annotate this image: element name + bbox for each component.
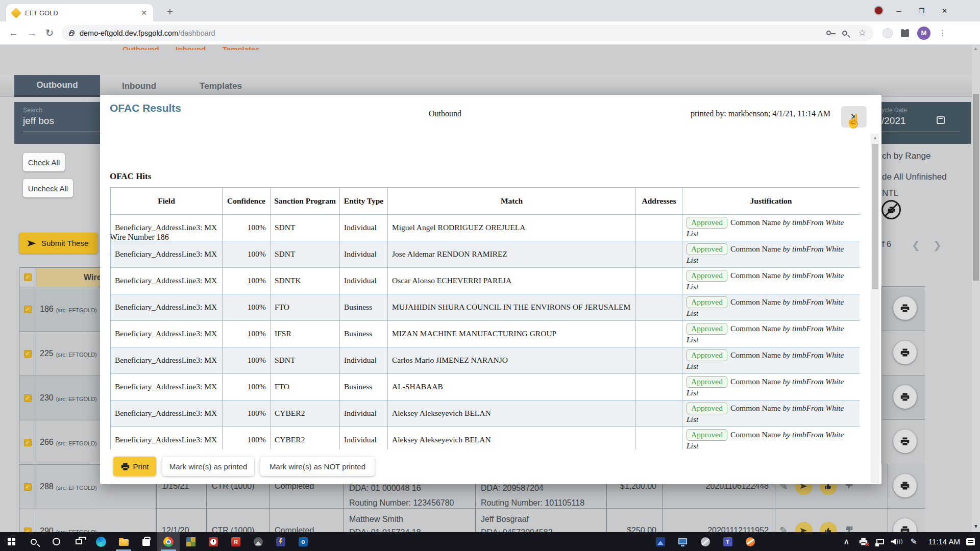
password-key-icon[interactable] bbox=[826, 31, 831, 35]
maximize-button[interactable]: ❐ bbox=[918, 7, 924, 15]
just-text: Common Name bbox=[730, 430, 781, 439]
print-wire-button[interactable] bbox=[893, 341, 917, 364]
next-page-icon[interactable]: ❯ bbox=[933, 239, 942, 251]
tray-network-icon[interactable] bbox=[872, 532, 889, 551]
wire-number: 186 bbox=[40, 305, 54, 314]
page-info: f 6 bbox=[882, 240, 891, 249]
approved-badge: Approved bbox=[687, 323, 727, 334]
row-checkbox[interactable]: ✓ bbox=[24, 394, 32, 402]
hit-justification: ApprovedCommon Name by timbFrom White Li… bbox=[682, 427, 860, 450]
print-button[interactable]: Print bbox=[113, 457, 156, 476]
tray-printer-error-icon[interactable]: ✕ bbox=[855, 532, 872, 551]
ofac-results-modal: OFAC Results Outbound printed by: markbe… bbox=[100, 95, 881, 484]
approved-badge: Approved bbox=[687, 429, 727, 440]
edge-icon[interactable] bbox=[90, 532, 112, 551]
page-scrollbar[interactable]: ▲ ▼ bbox=[972, 45, 980, 532]
table-header-row: Field Confidence Sanction Program Entity… bbox=[111, 188, 860, 215]
hit-program: SDNTK bbox=[271, 268, 340, 294]
task-view-icon[interactable] bbox=[67, 532, 90, 551]
url-bar[interactable]: demo-eftgold.dev.fpsgold.com/dashboard ☆ bbox=[62, 25, 873, 41]
forward-button[interactable]: → bbox=[27, 28, 37, 39]
row-checkbox[interactable]: ✓ bbox=[24, 306, 32, 313]
tab-inbound[interactable]: Inbound bbox=[115, 75, 163, 97]
scroll-up-icon[interactable]: ▲ bbox=[873, 135, 877, 140]
print-wire-button[interactable] bbox=[893, 430, 917, 453]
mark-not-printed-button[interactable]: Mark wire(s) as NOT printed bbox=[260, 457, 375, 476]
row-checkbox[interactable]: ✓ bbox=[24, 350, 32, 358]
start-button[interactable] bbox=[0, 532, 22, 551]
back-button[interactable]: ← bbox=[9, 28, 18, 39]
scroll-up-icon[interactable]: ▲ bbox=[973, 46, 978, 51]
prev-page-icon[interactable]: ❮ bbox=[912, 239, 920, 251]
extension-icon[interactable] bbox=[883, 28, 893, 38]
profile-avatar[interactable]: M bbox=[917, 27, 930, 40]
extensions-puzzle-icon[interactable] bbox=[901, 29, 909, 37]
submit-these-button[interactable]: Submit These bbox=[19, 233, 98, 254]
photos-app-icon[interactable] bbox=[247, 532, 270, 551]
tab-close-icon[interactable]: ✕ bbox=[141, 9, 147, 17]
outlook-icon[interactable]: o bbox=[292, 532, 314, 551]
tray-clock[interactable]: 11:14 AM bbox=[922, 537, 966, 546]
ms-store-icon[interactable] bbox=[135, 532, 157, 551]
nav-link-inbound[interactable]: Inbound bbox=[176, 45, 206, 50]
hit-addresses bbox=[636, 374, 682, 400]
search-by-range-label[interactable]: ch by Range bbox=[882, 151, 930, 161]
include-unfinished-label[interactable]: de All Unfinished bbox=[882, 172, 947, 182]
reload-button[interactable]: ↻ bbox=[45, 27, 54, 39]
browser-tab[interactable]: EFT GOLD ✕ bbox=[6, 4, 153, 21]
col-field: Field bbox=[111, 188, 223, 215]
nav-link-outbound[interactable]: Outbound bbox=[122, 45, 159, 50]
phone-app-icon[interactable] bbox=[270, 532, 292, 551]
hit-confidence: 100% bbox=[223, 215, 271, 241]
calendar-icon[interactable] bbox=[937, 116, 945, 124]
vm-app-icon[interactable] bbox=[672, 532, 694, 551]
check-all-button[interactable]: Check All bbox=[23, 153, 65, 171]
file-explorer-icon[interactable] bbox=[112, 532, 135, 551]
taskbar-search-icon[interactable] bbox=[22, 532, 45, 551]
bookmark-star-icon[interactable]: ☆ bbox=[859, 28, 866, 38]
clock-app-icon[interactable] bbox=[202, 532, 225, 551]
cortana-icon[interactable] bbox=[45, 532, 67, 551]
modal-scrollbar[interactable]: ▲ bbox=[871, 134, 879, 483]
r-app-icon[interactable]: R bbox=[225, 532, 247, 551]
zoom-icon[interactable] bbox=[842, 31, 847, 36]
print-wire-button[interactable] bbox=[893, 474, 917, 497]
chrome-icon[interactable] bbox=[157, 532, 180, 551]
scroll-down-icon[interactable]: ▼ bbox=[973, 523, 978, 529]
print-wire-button[interactable] bbox=[893, 296, 917, 320]
hit-confidence: 100% bbox=[223, 400, 271, 427]
hit-justification: ApprovedCommon Name by timbFrom White Li… bbox=[682, 241, 860, 268]
tab-outbound[interactable]: Outbound bbox=[14, 75, 100, 97]
window-close-button[interactable]: ✕ bbox=[942, 7, 947, 15]
new-tab-button[interactable]: + bbox=[162, 4, 178, 19]
scrollbar-thumb[interactable] bbox=[872, 144, 878, 289]
cycle-date-panel: ycle Date /2021 bbox=[870, 102, 971, 144]
row-checkbox[interactable]: ✓ bbox=[24, 483, 32, 491]
satellite-app-icon[interactable] bbox=[694, 532, 717, 551]
cycle-date-input[interactable]: /2021 bbox=[881, 115, 906, 127]
tray-chevron-icon[interactable]: ∧ bbox=[838, 532, 855, 551]
search-input[interactable]: jeff bos bbox=[23, 115, 54, 127]
printer-icon bbox=[900, 481, 910, 490]
scrollbar-thumb[interactable] bbox=[973, 94, 979, 281]
uncheck-all-button[interactable]: Uncheck All bbox=[23, 179, 73, 197]
notification-center-icon[interactable] bbox=[966, 538, 975, 545]
header-checkbox[interactable]: ✓ bbox=[24, 273, 32, 281]
row-checkbox[interactable]: ✓ bbox=[24, 439, 32, 446]
snagit-app-icon[interactable] bbox=[649, 532, 672, 551]
browser-menu-icon[interactable]: ⋮ bbox=[939, 28, 947, 38]
hit-field: Beneficiary_AddressLine3: MX bbox=[111, 268, 223, 294]
omnibox-icons: ☆ bbox=[826, 28, 866, 38]
game-app-icon[interactable] bbox=[180, 532, 202, 551]
tray-volume-icon[interactable]: ))) bbox=[889, 532, 905, 551]
print-wire-button[interactable] bbox=[893, 385, 917, 409]
minimize-button[interactable]: ─ bbox=[896, 7, 901, 15]
firefox-like-icon[interactable] bbox=[739, 532, 762, 551]
teams-icon[interactable]: T bbox=[717, 532, 739, 551]
wire-src: (src: EFTGOLD) bbox=[56, 485, 97, 491]
mark-printed-button[interactable]: Mark wire(s) as printed bbox=[162, 457, 254, 476]
hit-row: Beneficiary_AddressLine3: MX 100% FTO Bu… bbox=[111, 374, 860, 400]
nav-link-templates[interactable]: Templates bbox=[223, 45, 260, 50]
tray-pen-icon[interactable]: ✎ bbox=[905, 532, 922, 551]
tab-templates[interactable]: Templates bbox=[197, 75, 245, 97]
